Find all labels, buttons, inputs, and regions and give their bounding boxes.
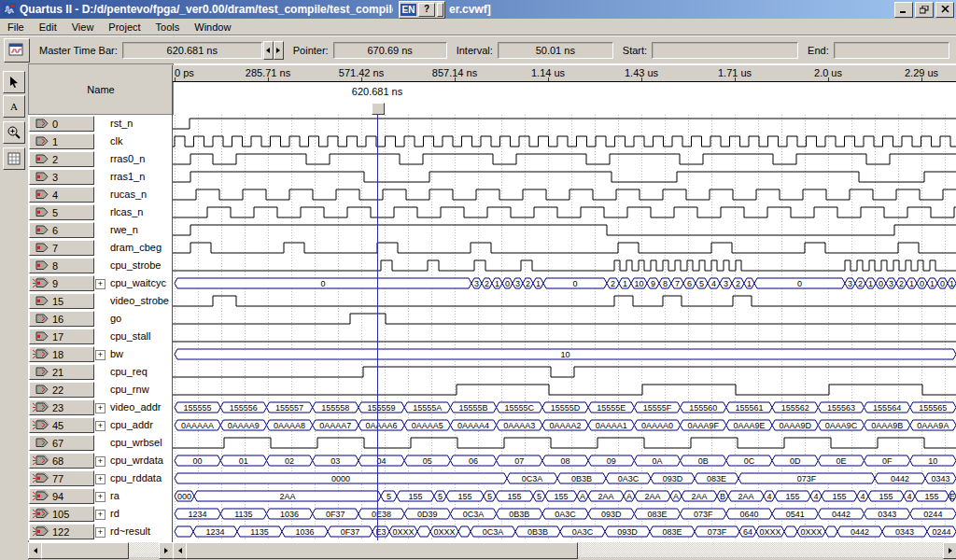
signal-name[interactable]: rucas_n [110,189,147,200]
output-group-icon [32,277,50,289]
signal-number-button[interactable]: 23 [29,399,94,415]
text-tool-icon[interactable]: A [3,95,25,118]
signal-row: 1clk [28,133,172,150]
signal-name[interactable]: cpu_strobe [110,259,161,271]
signal-name[interactable]: go [110,313,121,324]
svg-text:155562: 155562 [781,403,809,413]
zoom-tool-icon[interactable] [3,121,25,144]
signal-number-button[interactable]: 7 [29,240,94,256]
signal-name[interactable]: rras0_n [110,153,145,164]
output-pin-icon [32,242,50,254]
time-ruler[interactable]: 0 ps285.71 ns571.42 ns857.14 ns1.14 us1.… [173,65,956,82]
expand-toggle[interactable]: + [95,403,105,413]
signal-name[interactable]: ra [110,490,120,501]
signal-name[interactable]: clk [110,135,122,147]
expand-toggle[interactable]: + [95,510,105,520]
menu-item-project[interactable]: Project [101,21,148,34]
signal-number-button[interactable]: 15 [29,293,94,309]
signal-number-button[interactable]: 94 [29,488,94,504]
signal-number-button[interactable]: 67 [29,435,94,451]
signal-name[interactable]: rd [110,508,120,519]
signal-number-button[interactable]: 77 [29,470,94,486]
waveform-scrollbar[interactable] [173,542,956,557]
expand-toggle[interactable]: + [95,350,105,360]
signal-number-button[interactable]: 6 [29,222,94,238]
expand-toggle[interactable]: + [95,527,105,538]
signal-number-button[interactable]: 9 [29,275,94,291]
signal-number-button[interactable]: 122 [29,524,94,539]
signal-name[interactable]: cpu_wrdata [110,455,163,466]
signal-name[interactable]: bw [110,348,123,359]
scrollbar-thumb[interactable] [41,542,129,559]
menu-item-edit[interactable]: Edit [32,21,64,34]
svg-text:02: 02 [285,456,294,466]
signal-number-button[interactable]: 4 [29,187,94,203]
signal-number-button[interactable]: 17 [29,329,94,344]
signal-number-button[interactable]: 18 [29,346,94,362]
signal-name[interactable]: cpu_wrbsel [110,437,162,448]
signal-name[interactable]: dram_cbeg [110,242,162,253]
signal-name[interactable]: cpu_addr [110,419,153,430]
grid-tool-icon[interactable] [3,147,25,170]
signal-name[interactable]: cpu_waitcyc [110,277,166,288]
master-time-value[interactable]: 620.681 ns [122,42,262,59]
menu-item-file[interactable]: File [0,21,32,34]
signal-number-button[interactable]: 21 [29,364,94,380]
signal-number-button[interactable]: 45 [29,417,94,433]
signal-name[interactable]: video_strobe [110,295,169,306]
expand-toggle[interactable]: + [95,474,105,484]
expand-toggle[interactable]: + [95,492,105,502]
minimize-button[interactable] [894,2,913,18]
waveform-canvas[interactable]: 0321032102110987654321032103210101101555… [173,115,956,540]
expand-toggle[interactable]: + [95,421,105,431]
end-value[interactable] [834,42,949,59]
language-bar-grip[interactable] [437,3,443,17]
svg-text:15555C: 15555C [504,403,534,413]
restore-button[interactable] [915,2,934,18]
signal-number-button[interactable]: 68 [29,453,94,469]
signal-number-button[interactable]: 8 [29,258,94,273]
help-button[interactable]: ? [418,3,435,17]
signal-number-button[interactable]: 5 [29,204,94,220]
signal-number-button[interactable]: 16 [29,311,94,327]
spin-left-icon[interactable] [263,41,274,60]
scroll-right-icon[interactable] [159,542,174,559]
signal-name[interactable]: cpu_stall [110,330,150,342]
signal-name[interactable]: rst_n [110,118,133,129]
signal-number: 15 [52,296,63,307]
menu-item-view[interactable]: View [64,21,102,34]
menu-item-window[interactable]: Window [187,21,238,34]
signal-name[interactable]: video_addr [110,401,161,413]
close-button[interactable] [935,2,954,18]
svg-text:1: 1 [495,279,499,288]
svg-text:A: A [673,492,679,501]
selection-tool-icon[interactable] [3,71,25,93]
signal-name[interactable]: cpu_rnw [110,384,149,395]
signal-number-button[interactable]: 0 [29,116,94,132]
start-value[interactable] [652,42,798,59]
signal-name[interactable]: rlcas_n [110,206,143,217]
master-time-cursor-handle[interactable] [372,103,385,115]
signal-name[interactable]: rd~result [110,525,150,537]
expand-toggle[interactable]: + [95,279,105,289]
signal-number-button[interactable]: 1 [29,133,94,149]
scrollbar-thumb[interactable] [186,542,578,559]
signal-name[interactable]: cpu_req [110,366,148,377]
expand-toggle[interactable]: + [95,456,105,467]
name-column-scrollbar[interactable] [28,542,172,557]
svg-text:0A3C: 0A3C [572,527,594,537]
quartus-waveform-window: Quartus II - D:/d/pentevo/fpga/_ver0.00/… [0,0,956,560]
signal-number-button[interactable]: 2 [29,151,94,167]
scroll-right-icon[interactable] [943,542,956,559]
signal-number-button[interactable]: 105 [29,506,94,522]
language-badge[interactable]: EN [401,4,416,16]
signal-name[interactable]: cpu_rddata [110,472,162,483]
signal-name[interactable]: rras1_n [110,171,145,182]
signal-number-button[interactable]: 22 [29,382,94,398]
svg-text:1: 1 [623,279,627,288]
waveform-editor-icon[interactable] [4,38,30,63]
signal-number-button[interactable]: 3 [29,169,94,185]
menu-item-tools[interactable]: Tools [148,21,188,34]
signal-name[interactable]: rwe_n [110,224,138,235]
spin-right-icon[interactable] [274,41,284,60]
